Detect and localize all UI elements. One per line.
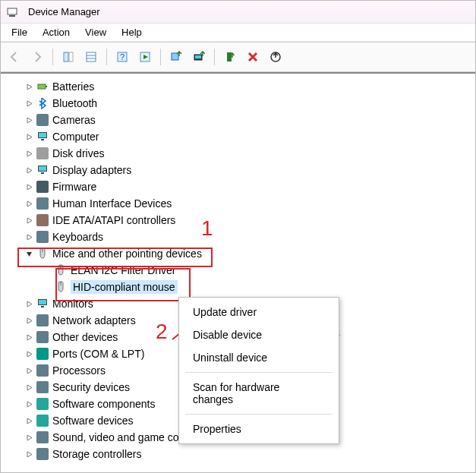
battery-icon — [36, 80, 49, 93]
show-hidden-button[interactable] — [58, 46, 79, 68]
svg-rect-2 — [64, 52, 68, 61]
chevron-right-icon[interactable] — [24, 382, 34, 393]
network-icon — [36, 314, 49, 327]
update-driver-button[interactable] — [165, 46, 187, 68]
menubar: File Action View Help — [1, 24, 475, 42]
properties-button[interactable] — [80, 46, 102, 68]
scan-button[interactable] — [188, 46, 210, 68]
toolbar: ? — [1, 42, 475, 72]
enable-device-button[interactable] — [219, 46, 241, 68]
menu-view[interactable]: View — [77, 24, 114, 40]
security-icon — [36, 380, 49, 394]
menu-action[interactable]: Action — [35, 24, 77, 40]
tree-category-label: Firmware — [52, 181, 96, 193]
tree-category-label: Other devices — [52, 331, 118, 343]
tree-category[interactable]: Disk drives — [4, 145, 472, 162]
svg-text:?: ? — [120, 52, 125, 61]
ctx-properties[interactable]: Properties — [179, 418, 339, 440]
tree-category[interactable]: Bluetooth — [4, 95, 472, 112]
ctx-uninstall-device[interactable]: Uninstall device — [179, 346, 339, 369]
bluetooth-icon — [36, 96, 49, 110]
tree-category[interactable]: Cameras — [4, 112, 472, 128]
svg-rect-0 — [8, 8, 17, 14]
ctx-update-driver[interactable]: Update driver — [179, 301, 339, 323]
back-button[interactable] — [4, 46, 25, 68]
app-icon — [5, 5, 19, 19]
chevron-down-icon[interactable] — [24, 248, 34, 259]
chevron-right-icon[interactable] — [24, 148, 34, 159]
ctx-disable-device[interactable]: Disable device — [179, 323, 339, 346]
chevron-right-icon[interactable] — [24, 215, 34, 225]
chevron-right-icon[interactable] — [24, 232, 34, 242]
toolbar-separator — [160, 49, 161, 65]
storage-icon — [36, 447, 49, 461]
content-area: BatteriesBluetoothCamerasComputerDisk dr… — [1, 72, 475, 472]
help-button[interactable]: ? — [112, 46, 133, 68]
tree-category[interactable]: Computer — [4, 128, 472, 145]
tree-device[interactable]: ELAN I2C Filter Driver — [4, 262, 472, 279]
chevron-right-icon[interactable] — [24, 365, 34, 376]
svg-rect-3 — [69, 52, 73, 61]
svg-rect-29 — [41, 306, 44, 307]
svg-rect-17 — [46, 86, 47, 87]
tree-category[interactable]: Batteries — [4, 78, 472, 95]
tree-category-label: Ports (COM & LPT) — [52, 348, 144, 360]
menu-file[interactable]: File — [4, 24, 35, 40]
mouse-icon — [36, 247, 49, 260]
chevron-right-icon[interactable] — [24, 298, 34, 309]
port-icon — [36, 347, 49, 361]
chevron-right-icon[interactable] — [24, 399, 34, 409]
other-icon — [36, 330, 49, 344]
tree-category[interactable]: Human Interface Devices — [4, 195, 472, 212]
svg-rect-13 — [195, 55, 201, 58]
chevron-right-icon[interactable] — [24, 315, 34, 326]
tree-category-label: Processors — [52, 364, 106, 377]
chevron-right-icon[interactable] — [24, 432, 34, 443]
action-button[interactable] — [134, 46, 156, 68]
tree-device[interactable]: HID-compliant mouse — [4, 279, 472, 295]
tree-category[interactable]: Keyboards — [4, 229, 472, 245]
tree-category[interactable]: IDE ATA/ATAPI controllers — [4, 212, 472, 229]
keyboard-icon — [36, 230, 49, 244]
chevron-right-icon[interactable] — [24, 81, 34, 92]
disk-icon — [36, 147, 49, 160]
chevron-right-icon[interactable] — [24, 98, 34, 109]
tree-category-label: Security devices — [52, 381, 130, 393]
scan-changes-button[interactable] — [265, 46, 286, 68]
chevron-right-icon[interactable] — [24, 198, 34, 209]
chevron-right-icon[interactable] — [24, 348, 34, 359]
firmware-icon — [36, 180, 49, 194]
tree-category-label: Bluetooth — [52, 97, 97, 109]
tree-category-label: Software components — [52, 398, 155, 410]
forward-button[interactable] — [27, 46, 48, 68]
svg-rect-20 — [41, 139, 44, 140]
toolbar-separator — [214, 49, 215, 65]
tree-category[interactable]: Mice and other pointing devices — [4, 245, 472, 262]
tree-category-label: Human Interface Devices — [52, 197, 172, 210]
chevron-right-icon[interactable] — [24, 165, 34, 175]
tree-category-label: Software devices — [52, 415, 134, 427]
tree-category-label: Display adapters — [52, 164, 131, 176]
tree-category-label: IDE ATA/ATAPI controllers — [52, 214, 175, 226]
tree-category-label: Monitors — [52, 298, 93, 310]
chevron-right-icon[interactable] — [24, 131, 34, 142]
tree-device-label: HID-compliant mouse — [71, 280, 178, 294]
computer-icon — [36, 130, 49, 143]
uninstall-device-button[interactable] — [242, 46, 263, 68]
sw-component-icon — [36, 397, 49, 411]
chevron-right-icon[interactable] — [24, 449, 34, 459]
menu-help[interactable]: Help — [114, 24, 150, 40]
tree-category[interactable]: Display adapters — [4, 162, 472, 178]
ctx-scan-hardware[interactable]: Scan for hardware changes — [179, 376, 339, 411]
chevron-right-icon[interactable] — [24, 115, 34, 125]
tree-category[interactable]: Firmware — [4, 178, 472, 195]
tree-category-label: Batteries — [52, 80, 94, 93]
svg-rect-23 — [41, 172, 44, 174]
toolbar-separator — [106, 49, 107, 65]
tree-category-label: Cameras — [52, 114, 96, 126]
chevron-right-icon[interactable] — [24, 415, 34, 426]
tree-category[interactable]: Storage controllers — [4, 446, 472, 462]
chevron-right-icon[interactable] — [24, 332, 34, 342]
chevron-right-icon[interactable] — [24, 181, 34, 192]
cpu-icon — [36, 364, 49, 377]
